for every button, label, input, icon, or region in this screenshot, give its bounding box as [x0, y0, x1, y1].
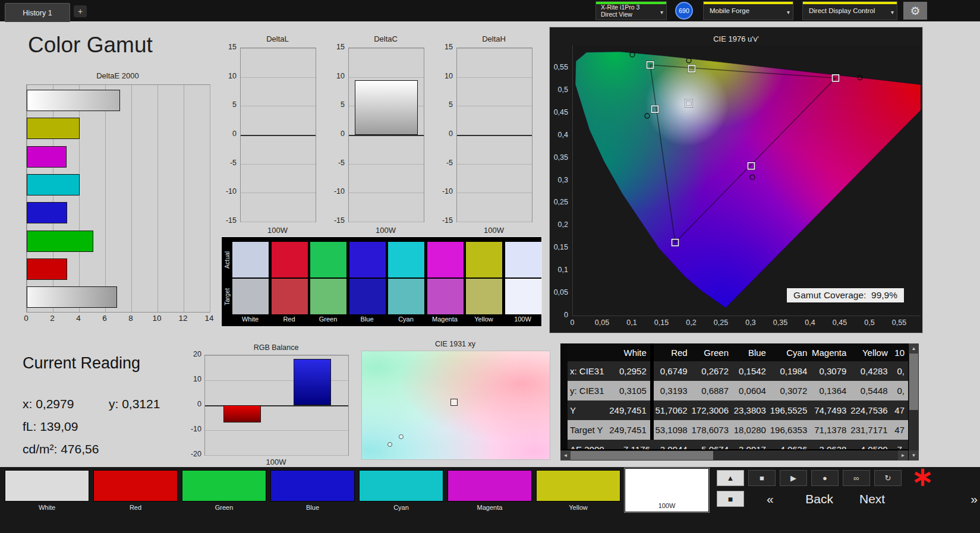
table-row[interactable]: Y249,745151,7062172,300623,3803196,55257… [564, 400, 908, 420]
scroll-left-icon[interactable]: ◄ [560, 450, 571, 461]
vertical-scrollbar-thumb[interactable] [909, 354, 918, 410]
chevron-down-icon: ▾ [787, 9, 790, 15]
pattern-swatch-white[interactable] [5, 470, 89, 502]
row-label: Target Y [564, 420, 609, 440]
actual-swatch-green [310, 242, 346, 277]
gamut-coverage-text: Gamut Coverage: [793, 290, 866, 300]
workflow-selector[interactable]: Mobile Forge ▾ [703, 1, 793, 20]
gridline [349, 48, 424, 49]
plus-icon: + [78, 7, 83, 16]
y-tick-label: -15 [440, 216, 453, 225]
x-tick-label: 12 [177, 314, 189, 323]
record-button[interactable]: ● [811, 470, 839, 486]
pattern-window-icon: ■ [728, 494, 733, 504]
cell: 3,0944 [654, 440, 691, 449]
history-tab-label: History 1 [23, 9, 52, 17]
cie1931-plot [361, 351, 550, 460]
cell: 0,2952 [609, 361, 653, 381]
y-tick-label: 0 [188, 400, 201, 408]
rgb-balance-chart: RGB Balance 20100-10-20 100W [189, 343, 349, 471]
meter-selector[interactable]: X-Rite i1Pro 3 Direct View ▾ [595, 1, 667, 20]
x-tick-label: 10 [151, 314, 163, 323]
eject-button[interactable]: ▲ [717, 470, 744, 486]
pattern-swatch-magenta[interactable] [448, 470, 532, 502]
cell: 196,6353 [770, 420, 811, 440]
settings-button[interactable]: ⚙ [903, 2, 927, 20]
y-axis: 151050-5-10-15 [332, 48, 346, 221]
cie1931-chart: CIE 1931 xy [361, 340, 552, 462]
pattern-swatch-label: White [5, 504, 89, 511]
y-tick-label: 20 [188, 350, 201, 358]
vertical-scrollbar[interactable]: ▲ ▼ [909, 343, 919, 461]
pattern-swatch-red[interactable] [93, 470, 178, 502]
loop-icon: ↻ [885, 474, 891, 482]
cell: 172,3006 [691, 400, 732, 420]
scroll-right-icon[interactable]: ► [898, 450, 908, 461]
cell: 0,1364 [811, 381, 850, 400]
y-tick-label: 15 [223, 43, 237, 51]
y-tick-label: 0,5 [558, 86, 568, 94]
measured-xy-marker [387, 442, 392, 447]
deltah-chart: DeltaH 151050-5-10-15 100W [440, 34, 532, 234]
cell: 231,7171 [850, 420, 891, 440]
horizontal-scrollbar-thumb[interactable] [571, 451, 713, 460]
column-header: Magenta [811, 343, 850, 361]
history-tab[interactable]: History 1 [5, 3, 70, 22]
y-tick-label: 5 [223, 100, 237, 109]
table-row[interactable]: Target Y249,745153,1098178,607318,028019… [564, 420, 908, 440]
gridline [241, 77, 316, 78]
alert-asterisk-icon[interactable]: ∗ [912, 463, 934, 490]
pattern-swatch-green[interactable] [182, 470, 266, 502]
cell: 3,0638 [811, 440, 850, 449]
workflow-name: Mobile Forge [704, 7, 749, 14]
next-button[interactable]: Next » [839, 490, 978, 509]
continuous-button[interactable]: ∞ [843, 470, 870, 486]
target-swatch-red [272, 279, 308, 314]
gridline [184, 85, 184, 312]
target-swatch-blue [349, 279, 386, 314]
y-tick-label: 0,2 [558, 220, 568, 229]
pattern-window-button[interactable]: ■ [717, 491, 744, 507]
y-tick-label: 0,3 [558, 176, 568, 184]
loop-button[interactable]: ↻ [874, 470, 902, 486]
scroll-up-icon[interactable]: ▲ [909, 343, 919, 354]
add-tab-button[interactable]: + [74, 5, 87, 17]
y-tick-label: 0 [332, 130, 345, 138]
play-button[interactable]: ▶ [780, 470, 807, 486]
y-tick-label: 0,25 [554, 198, 568, 206]
table-row[interactable]: x: CIE310,29520,67490,26720,15420,19840,… [564, 361, 908, 381]
gridline [210, 85, 210, 312]
gridline [131, 85, 132, 312]
scroll-down-icon[interactable]: ▼ [909, 450, 919, 461]
actual-swatch-blue [349, 242, 386, 277]
gridline [241, 106, 316, 106]
pattern-swatch-blue[interactable] [270, 470, 355, 502]
play-icon: ▶ [790, 474, 796, 482]
actual-swatch-100w [505, 242, 541, 277]
cell: 5,0674 [691, 440, 732, 449]
table-row[interactable]: y: CIE310,31050,31930,68870,06040,30720,… [564, 381, 908, 400]
stop-button[interactable]: ■ [748, 470, 776, 486]
y-tick-label: 10 [332, 72, 345, 80]
current-reading-heading: Current Reading [23, 354, 140, 373]
display-control-selector[interactable]: Direct Display Control ▾ [802, 1, 897, 20]
x-tick-label: 0,45 [831, 318, 849, 327]
back-button[interactable]: « Back [767, 490, 833, 509]
measured-xy-marker [399, 434, 404, 439]
gridline [457, 77, 532, 78]
table-row[interactable]: ΔE 20007,11763,09445,06743,09174,06363,0… [564, 440, 908, 449]
pattern-swatch-yellow[interactable] [536, 470, 620, 502]
cell: 0,4283 [850, 361, 891, 381]
cell: 51,7062 [654, 400, 691, 420]
deltae-bar-green [27, 231, 93, 252]
x-axis-label: 100W [456, 226, 531, 235]
pattern-swatch-100w[interactable]: 100W [625, 468, 709, 512]
chevron-down-icon: ▾ [891, 9, 894, 15]
cell: 0, [891, 361, 908, 381]
y-tick-label: 10 [440, 72, 453, 80]
pattern-swatch-cyan[interactable] [359, 470, 443, 502]
measurement-table: WhiteRedGreenBlueCyanMagentaYellow10 x: … [560, 343, 908, 449]
horizontal-scrollbar[interactable]: ◄ ► [560, 450, 908, 461]
cell: 249,7451 [609, 420, 653, 440]
record-icon: ● [823, 474, 827, 482]
